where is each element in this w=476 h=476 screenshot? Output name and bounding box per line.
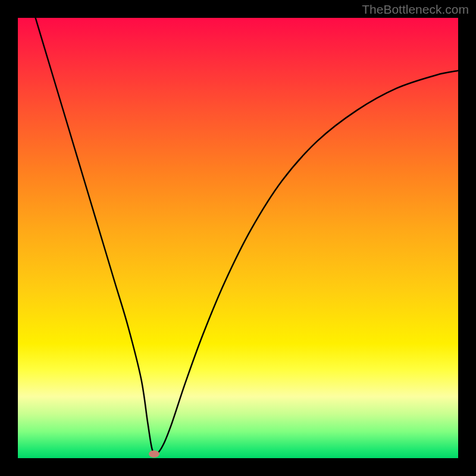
bottleneck-curve: [18, 18, 458, 458]
optimum-marker: [149, 450, 159, 458]
site-watermark: TheBottleneck.com: [362, 2, 469, 17]
chart-frame: TheBottleneck.com: [0, 0, 476, 476]
plot-area: [18, 18, 458, 458]
